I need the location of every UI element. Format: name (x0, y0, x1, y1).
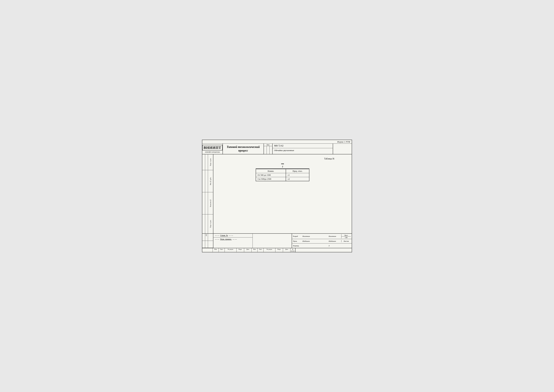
sidebar-col-4b (205, 214, 208, 233)
razrab-sig: Нагаткин (329, 235, 341, 237)
sidebar-text-3: Взам.инв.№ (208, 192, 213, 214)
sidebar-section-1: Подп. и дата (202, 154, 213, 170)
bcol-list-1: Лист (219, 248, 225, 252)
table-cell-tol-1: ±1 (286, 173, 309, 177)
sidebar-section-4: Подп. и дата (202, 214, 213, 233)
sidebar-label-4: Подп. и дата (210, 220, 211, 228)
bottom-sidebar-empty (208, 241, 213, 248)
ell-row: ℓ (256, 165, 309, 169)
perv-label: Перв. примен. (220, 238, 232, 240)
table-cell-tol-2: ±2 (286, 177, 309, 181)
doc-description: Обечайки двухшовные (273, 148, 333, 153)
list-value: 138 (341, 237, 351, 238)
bottom-sidebar-row-bottom (202, 241, 213, 248)
sidebar-text-1: Подп. и дата (208, 154, 213, 170)
razrab-label: Разраб (293, 235, 302, 237)
data-table-wrapper: мм ℓ Номин. Пред. откл. (256, 162, 309, 181)
bcol-right-spacer (295, 248, 352, 252)
prov-sig: Шабашев (329, 240, 341, 242)
dash-3: — — (215, 238, 219, 240)
bottom-inv-col (202, 248, 213, 252)
normkont-sig: д (329, 245, 341, 247)
lit-box-1 (264, 146, 267, 154)
perv-row: — — Перв. примен. — — (213, 238, 253, 241)
header-right: МН 72-62 Обечайки двухшовные (273, 144, 333, 154)
sidebar-col-3a (202, 192, 205, 214)
dash-4: — — (233, 238, 237, 240)
logo-block: ВНИИПТ химнефте-аппаратуры (202, 144, 223, 154)
bottom-empty-area (253, 234, 292, 248)
bottom-sidebar: 432 (202, 234, 213, 248)
bottom-sidebar-col-2: 432 (205, 234, 208, 241)
page: Форма 1 РТМ ВНИИПТ химнефте-аппаратуры Т… (202, 140, 352, 252)
bottom-sign-block: Разраб Нагаткин Нагаткин Лист 138 Пров. … (292, 234, 352, 248)
sidebar-label-2: Инв.№ дубл. (210, 177, 211, 185)
sprav-row: — — Справ. № — — (213, 234, 253, 238)
list-label: Лист (341, 234, 351, 237)
list-label-cell: Лист 138 (341, 234, 351, 238)
dash-2: — — (229, 234, 233, 237)
bottom-sidebar-col-1 (202, 234, 205, 241)
table-cell-range-2: Св.1500до 2500 (256, 177, 286, 181)
lit-box-2 (267, 146, 270, 154)
prov-label: Пров. (293, 240, 302, 242)
razrab-row: Разраб Нагаткин Нагаткин Лист 138 (292, 234, 352, 239)
data-table: Номин. Пред. откл. От 500 до 1500 (256, 169, 309, 181)
ell-symbol: ℓ (282, 165, 283, 168)
sidebar-section-2: Инв.№ дубл. (202, 170, 213, 192)
bottom-sidebar-col-4 (205, 241, 208, 248)
bcol-nodokum-1: № докум. (225, 248, 237, 252)
header-block: ВНИИПТ химнефте-аппаратуры Типовой техно… (202, 143, 352, 154)
bcol-nodokum-2: № докум. (263, 248, 276, 252)
col-header-1: Номин. (256, 169, 286, 173)
sidebar-col-4a (202, 214, 205, 233)
bcol-izm-1: Изм (213, 248, 219, 252)
sidebar-col-2b (205, 170, 208, 192)
content-wrapper: Подп. и дата Инв.№ дубл. Взам.инв.№ (202, 154, 352, 233)
col-header-2: Пред. откл. (286, 169, 309, 173)
bottom-sidebar-col-3 (202, 241, 205, 248)
table-cell-range-1: От 500 до 1500 (256, 173, 286, 177)
doc-number: МН 72-62 (273, 144, 333, 148)
sidebar-col-3b (205, 192, 208, 214)
prov-name: Шабашев (302, 240, 329, 242)
bottom-strip: 432 — — Справ. № — — — — Перв. примен. —… (202, 233, 352, 248)
bcol-data-2: Дата (283, 248, 291, 252)
sidebar-text-4: Подп. и дата (208, 214, 213, 233)
bcol-data-1: Дата (244, 248, 252, 252)
bottom-main: — — Справ. № — — — — Перв. примен. — — (213, 234, 253, 248)
form-label: Форма 1 РТМ (202, 140, 352, 143)
main-title-text: Типовой технологический процесс (225, 145, 261, 153)
sidebar-text-2: Инв.№ дубл. (208, 170, 213, 192)
bcol-nkont: Н. контр. (291, 248, 295, 252)
main-title-block: Типовой технологический процесс (223, 144, 264, 154)
bcol-podp-2: Подп. (275, 248, 283, 252)
bottom-cols-row: Изм Лист № докум. Подп. Дата Изм Лист № … (202, 248, 352, 252)
sidebar-label-1: Подп. и дата (210, 158, 211, 166)
lit-label: Лит. (264, 144, 272, 146)
sprav-label: Справ. № (220, 234, 228, 237)
table-row: От 500 до 1500 ±1 (256, 173, 309, 177)
logo-title: ВНИИПТ (202, 145, 223, 150)
header-extra-col (333, 144, 352, 154)
sidebar-col-1a (202, 154, 205, 170)
bcol-list-2: Лист (257, 248, 263, 252)
lit-box-3 (270, 146, 272, 154)
normkont-label: Нормир. (293, 245, 302, 247)
normkont-row: Нормир. д (292, 244, 352, 248)
bottom-sidebar-row-top: 432 (202, 234, 213, 241)
sidebar-col-1b (205, 154, 208, 170)
mm-label: мм (256, 162, 309, 165)
prov-row: Пров. Шабашев Шабашев Листов (292, 239, 352, 244)
bcol-podp-1: Подп. (236, 248, 244, 252)
sidebar-col-2a (202, 170, 205, 192)
bottom-sidebar-label (208, 234, 213, 241)
table-row: Св.1500до 2500 ±2 (256, 177, 309, 181)
logo-subtitle: химнефте-аппаратуры (205, 151, 220, 153)
inv-number: 432 (205, 234, 207, 237)
bcol-izm-2: Изм (252, 248, 257, 252)
left-sidebar: Подп. и дата Инв.№ дубл. Взам.инв.№ (202, 154, 213, 233)
razrab-name: Нагаткин (302, 235, 329, 237)
table-header-row: Номин. Пред. откл. (256, 169, 309, 173)
main-content: Таблица I6 мм ℓ Номин. Пред. откл. (213, 154, 352, 233)
